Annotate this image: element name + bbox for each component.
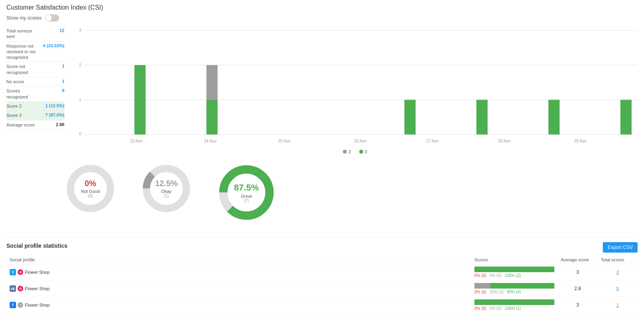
score-label-gray: 20% (1) bbox=[490, 290, 504, 294]
svg-text:3: 3 bbox=[79, 28, 81, 32]
bar-24nov-gray bbox=[206, 65, 218, 100]
stat-no-score: No score 1 bbox=[6, 77, 64, 86]
table-row: t ✿ Flower Shop 0% (0) 0% (0) 100% (2) 3… bbox=[6, 264, 638, 281]
score-bar-green bbox=[474, 267, 554, 272]
donut-great-pct: 87.5% bbox=[234, 183, 259, 193]
profile-secondary-icon: ✿ bbox=[18, 269, 23, 275]
donut-great-container: 87.5% Great (7) bbox=[216, 163, 276, 223]
profile-secondary-icon: ? bbox=[18, 302, 23, 308]
scores-recognized-label: Scores recognized bbox=[6, 88, 38, 100]
total-surveys-value: 12 bbox=[60, 28, 64, 33]
score-labels: 0% (0) 0% (0) 100% (1) bbox=[474, 306, 554, 311]
score-2-value: 1 (12.5%) bbox=[45, 103, 64, 108]
export-csv-button[interactable]: Export CSV bbox=[603, 242, 638, 253]
scores-cell: 0% (0) 0% (0) 100% (2) bbox=[471, 264, 558, 281]
score-label-red: 0% (0) bbox=[474, 290, 486, 294]
scores-cell: 0% (0) 20% (1) 80% (4) bbox=[471, 281, 558, 297]
donut-okay-count: (1) bbox=[155, 194, 178, 198]
show-scores-row: Show my scores bbox=[6, 14, 638, 22]
th-avg-score: Average score bbox=[558, 256, 598, 264]
stat-score-2: Score 2 1 (12.5%) bbox=[6, 102, 64, 111]
legend-dot-gray bbox=[343, 150, 347, 154]
scores-cell: 0% (0) 0% (0) 100% (1) bbox=[471, 297, 558, 313]
total-scores-cell[interactable]: 1 bbox=[598, 297, 638, 313]
svg-text:1: 1 bbox=[79, 97, 81, 102]
score-2-label: Score 2 bbox=[6, 103, 22, 109]
donut-okay: 12.5% Okay (1) bbox=[140, 163, 192, 223]
vk-icon: vk bbox=[10, 285, 16, 292]
total-scores-cell[interactable]: 2 bbox=[598, 264, 638, 281]
social-header-row: Social profile statistics Export CSV bbox=[6, 242, 638, 253]
score-bar-gray bbox=[474, 283, 490, 289]
score-label-green: 100% (1) bbox=[505, 306, 521, 311]
toggle-knob bbox=[45, 15, 52, 21]
show-scores-toggle[interactable] bbox=[45, 14, 59, 22]
score-not-recognized-label: Score not recognized bbox=[6, 64, 38, 75]
donut-not-good-count: (0) bbox=[81, 194, 100, 198]
svg-text:0: 0 bbox=[79, 132, 81, 136]
response-not-received-value: 4 (33.33%) bbox=[43, 43, 64, 48]
legend-dot-green bbox=[359, 150, 363, 154]
social-table-body: t ✿ Flower Shop 0% (0) 0% (0) 100% (2) 3… bbox=[6, 264, 638, 313]
donuts-row: 0% Not Good (0) 12.5% Okay (1) bbox=[6, 154, 638, 231]
total-surveys-label: Total surveys sent bbox=[6, 28, 38, 40]
svg-text:23 Nov: 23 Nov bbox=[130, 139, 143, 143]
profile-cell: vk ✿ Flower Shop bbox=[6, 281, 471, 297]
stat-score-3: Score 3 7 (87.5%) bbox=[6, 111, 64, 120]
bar-23nov-green bbox=[134, 65, 146, 134]
chart-legend: 2 3 bbox=[72, 149, 638, 154]
score-label-green: 100% (2) bbox=[505, 273, 521, 278]
score-label-red: 0% (0) bbox=[474, 306, 486, 311]
score-3-label: Score 3 bbox=[6, 112, 22, 118]
avg-score-cell: 2.8 bbox=[558, 281, 598, 297]
bar-27nov-green bbox=[404, 100, 416, 134]
bar-24nov-green bbox=[206, 100, 218, 134]
donut-great-center: 87.5% Great (7) bbox=[234, 183, 259, 203]
th-profile: Social profile bbox=[6, 256, 471, 264]
stat-response-not-received: Response not received or not recognized … bbox=[6, 42, 64, 62]
social-table: Social profile Scores Average score Tota… bbox=[6, 256, 638, 313]
page-title: Customer Satisfaction Index (CSI) bbox=[6, 4, 638, 11]
chart-svg: 3 2 1 0 bbox=[72, 26, 638, 146]
social-section-title: Social profile statistics bbox=[6, 243, 68, 249]
score-bar-green bbox=[490, 283, 554, 289]
social-section: Social profile statistics Export CSV Soc… bbox=[6, 237, 638, 313]
donut-not-good-label: Not Good bbox=[81, 189, 100, 194]
svg-text:24 Nov: 24 Nov bbox=[204, 139, 217, 143]
bar-chart: 3 2 1 0 bbox=[72, 26, 638, 154]
avg-score-cell: 3 bbox=[558, 297, 598, 313]
score-labels: 0% (0) 20% (1) 80% (4) bbox=[474, 290, 554, 294]
legend-label-2: 2 bbox=[348, 149, 351, 154]
twitter-icon: t bbox=[10, 269, 16, 275]
chart-section: 3 2 1 0 bbox=[64, 26, 638, 154]
table-row: vk ✿ Flower Shop 0% (0) 20% (1) 80% (4) … bbox=[6, 281, 638, 297]
svg-text:29 Nov: 29 Nov bbox=[574, 139, 587, 143]
donut-okay-label: Okay bbox=[155, 189, 178, 194]
average-score-label: Average score bbox=[6, 122, 35, 128]
svg-text:25 Nov: 25 Nov bbox=[278, 139, 291, 143]
score-label-green: 80% (4) bbox=[507, 290, 521, 294]
donut-okay-container: 12.5% Okay (1) bbox=[140, 163, 192, 215]
donut-not-good: 0% Not Good (0) bbox=[64, 163, 116, 223]
donut-not-good-container: 0% Not Good (0) bbox=[64, 163, 116, 215]
facebook-icon: f bbox=[10, 302, 16, 308]
bar-29nov-a-green bbox=[548, 100, 560, 134]
score-3-value: 7 (87.5%) bbox=[45, 112, 64, 117]
legend-item-3: 3 bbox=[359, 149, 367, 154]
legend-item-2: 2 bbox=[343, 149, 351, 154]
donut-great-count: (7) bbox=[234, 199, 259, 203]
score-label-gray: 0% (0) bbox=[490, 273, 501, 278]
profile-secondary-icon: ✿ bbox=[18, 286, 23, 291]
response-not-received-label: Response not received or not recognized bbox=[6, 43, 38, 60]
main-content: Total surveys sent 12 Response not recei… bbox=[6, 26, 638, 154]
total-scores-cell[interactable]: 5 bbox=[598, 281, 638, 297]
th-scores: Scores bbox=[471, 256, 558, 264]
table-row: f ? Flower Shop 0% (0) 0% (0) 100% (1) 3… bbox=[6, 297, 638, 313]
donut-not-good-pct: 0% bbox=[81, 179, 100, 188]
svg-text:28 Nov: 28 Nov bbox=[498, 139, 511, 143]
profile-name: Flower Shop bbox=[25, 303, 50, 307]
stat-scores-recognized: Scores recognized 8 bbox=[6, 86, 64, 102]
profile-name: Flower Shop bbox=[25, 286, 50, 291]
stat-score-not-recognized: Score not recognized 1 bbox=[6, 62, 64, 77]
profile-cell: t ✿ Flower Shop bbox=[6, 264, 471, 281]
